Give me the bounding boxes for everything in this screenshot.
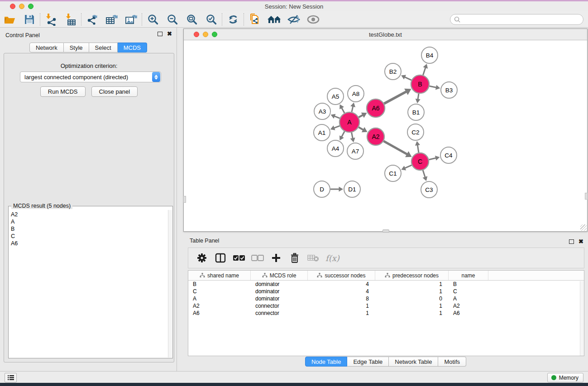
cell-mcds-role[interactable]: connector xyxy=(251,302,308,310)
open-session-button[interactable] xyxy=(0,12,19,27)
column-header-name[interactable]: name xyxy=(449,271,488,280)
cell-mcds-role[interactable]: dominator xyxy=(251,295,308,302)
import-network-button[interactable] xyxy=(41,12,61,27)
split-grip-icon[interactable] xyxy=(382,229,389,233)
mcds-result-scrollbar[interactable] xyxy=(168,210,172,357)
table-row[interactable]: Bdominator41B xyxy=(188,281,584,288)
create-column-button[interactable] xyxy=(268,250,284,266)
table-row[interactable]: A2connector11A2 xyxy=(188,302,584,310)
zoom-in-button[interactable] xyxy=(143,12,163,27)
table-row[interactable]: Adominator80A xyxy=(188,295,584,302)
mcds-result-item[interactable]: B xyxy=(11,225,166,233)
network-window-titlebar[interactable]: testGlobe.txt xyxy=(184,29,587,40)
mcds-result-item[interactable]: C xyxy=(11,233,166,240)
column-header-predecessor-nodes[interactable]: predecessor nodes xyxy=(375,271,449,280)
table-settings-button[interactable] xyxy=(194,250,210,266)
zoom-selected-button[interactable] xyxy=(201,12,221,27)
network-from-selection-button[interactable] xyxy=(245,12,264,27)
cell-predecessor-nodes[interactable]: 1 xyxy=(375,310,449,317)
export-network-button[interactable] xyxy=(82,12,102,27)
deselect-all-button[interactable] xyxy=(249,250,266,266)
tab-mcds[interactable]: MCDS xyxy=(118,43,147,52)
tab-motifs[interactable]: Motifs xyxy=(438,357,466,367)
export-image-icon xyxy=(124,13,138,26)
eye-icon xyxy=(306,14,320,24)
cell-name[interactable]: A xyxy=(449,295,488,302)
column-header-successor-nodes[interactable]: successor nodes xyxy=(308,271,375,280)
search-input[interactable] xyxy=(450,14,583,25)
cell-name[interactable]: B xyxy=(449,281,488,288)
cell-shared-name[interactable]: A xyxy=(188,295,251,302)
zoom-fit-button[interactable] xyxy=(182,12,201,27)
float-panel-icon[interactable] xyxy=(569,239,574,244)
table-row[interactable]: Cdominator41C xyxy=(188,288,584,295)
tab-style[interactable]: Style xyxy=(64,43,89,52)
tab-select[interactable]: Select xyxy=(89,43,118,52)
export-image-button[interactable] xyxy=(121,12,141,27)
close-panel-button[interactable]: Close panel xyxy=(91,86,138,97)
column-type-icon xyxy=(385,273,390,278)
show-panels-button[interactable] xyxy=(5,373,17,382)
tab-edge-table[interactable]: Edge Table xyxy=(347,357,389,367)
function-builder-button[interactable]: f(x) xyxy=(325,253,339,263)
cell-successor-nodes[interactable]: 1 xyxy=(308,302,375,310)
cell-successor-nodes[interactable]: 4 xyxy=(308,288,375,295)
edge-C-C2[interactable] xyxy=(417,144,419,152)
cell-predecessor-nodes[interactable]: 1 xyxy=(375,288,449,295)
cell-shared-name[interactable]: A6 xyxy=(188,310,251,317)
cell-successor-nodes[interactable]: 4 xyxy=(308,281,375,288)
cell-mcds-role[interactable]: dominator xyxy=(251,281,308,288)
close-panel-icon[interactable]: ✖ xyxy=(578,239,583,244)
cell-successor-nodes[interactable]: 1 xyxy=(308,310,375,317)
cell-name[interactable]: A6 xyxy=(449,310,488,317)
mcds-result-item[interactable]: A2 xyxy=(11,211,166,218)
edge-B-B4[interactable] xyxy=(423,67,426,75)
mcds-result-item[interactable]: A6 xyxy=(11,240,166,247)
houses-button[interactable] xyxy=(264,12,284,27)
cell-shared-name[interactable]: A2 xyxy=(188,302,251,310)
cell-successor-nodes[interactable]: 8 xyxy=(308,295,375,302)
hide-graphics-details-button[interactable] xyxy=(284,12,303,27)
delete-table-button[interactable] xyxy=(305,250,321,266)
split-grip-icon[interactable] xyxy=(585,193,588,200)
zoom-fit-icon xyxy=(186,14,198,25)
delete-column-button[interactable] xyxy=(287,250,303,266)
run-mcds-button[interactable]: Run MCDS xyxy=(40,86,86,97)
cell-predecessor-nodes[interactable]: 1 xyxy=(375,302,449,310)
cell-shared-name[interactable]: B xyxy=(188,281,251,288)
split-grip-icon[interactable] xyxy=(183,196,186,203)
memory-button[interactable]: Memory xyxy=(547,373,583,382)
export-table-button[interactable] xyxy=(102,12,121,27)
cell-predecessor-nodes[interactable]: 1 xyxy=(375,281,449,288)
float-panel-icon[interactable] xyxy=(158,32,163,36)
mcds-result-item[interactable]: A xyxy=(11,218,166,225)
show-graphics-details-button[interactable] xyxy=(303,12,323,27)
edge-A6-B[interactable] xyxy=(384,91,407,104)
close-panel-icon[interactable]: ✖ xyxy=(167,32,172,36)
resize-grip-icon[interactable] xyxy=(580,224,587,231)
cell-mcds-role[interactable]: connector xyxy=(251,310,308,317)
refresh-button[interactable] xyxy=(223,12,243,27)
column-header-shared-name[interactable]: shared name xyxy=(188,271,251,280)
table-row[interactable]: A6connector11A6 xyxy=(188,310,584,317)
select-all-button[interactable] xyxy=(231,250,247,266)
optimization-criterion-select[interactable]: largest connected component (directed) xyxy=(20,71,161,82)
table-scrollbar[interactable] xyxy=(580,281,584,356)
zoom-out-button[interactable] xyxy=(163,12,182,27)
tab-network-table[interactable]: Network Table xyxy=(389,357,438,367)
save-session-button[interactable] xyxy=(19,12,39,27)
cell-predecessor-nodes[interactable]: 0 xyxy=(375,295,449,302)
dropdown-stepper-icon xyxy=(152,72,160,82)
cell-name[interactable]: A2 xyxy=(449,302,488,310)
cell-shared-name[interactable]: C xyxy=(188,288,251,295)
edge-A2-C[interactable] xyxy=(383,141,408,155)
control-panel-tabs: NetworkStyleSelectMCDS xyxy=(0,43,177,52)
network-canvas[interactable]: B4B2BB3A5A8A6A3AB1A1C2A2A4A7C4CC1C3DD1 xyxy=(184,40,587,231)
cell-name[interactable]: C xyxy=(449,288,488,295)
import-table-button[interactable] xyxy=(61,12,80,27)
show-column-panel-button[interactable] xyxy=(212,250,229,266)
cell-mcds-role[interactable]: dominator xyxy=(251,288,308,295)
tab-node-table[interactable]: Node Table xyxy=(305,357,348,367)
tab-network[interactable]: Network xyxy=(29,43,64,52)
column-header-mcds-role[interactable]: MCDS role xyxy=(251,271,308,280)
